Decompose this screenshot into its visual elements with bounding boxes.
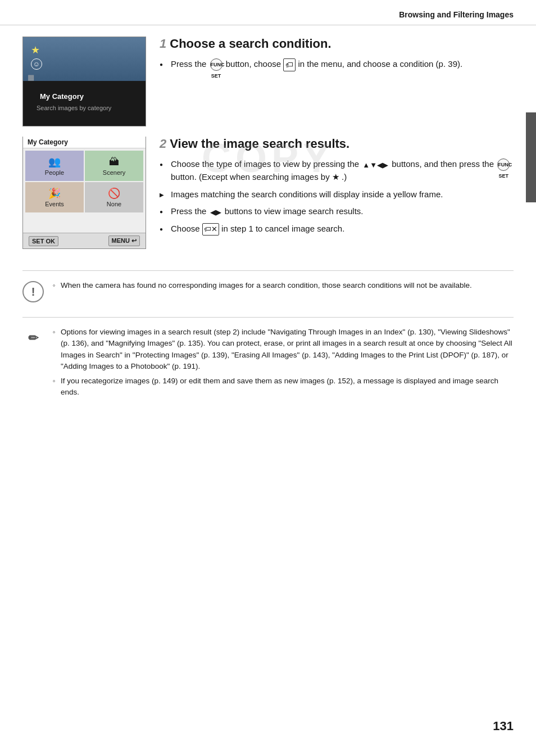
none-icon: 🚫 xyxy=(108,187,120,200)
scenery-label: Scenery xyxy=(103,169,125,176)
step2-title: 2View the image search results. xyxy=(160,137,514,151)
step2-bullet-1: Choose the type of images to view by pre… xyxy=(160,158,514,184)
events-cell: 🎉 Events xyxy=(25,182,84,212)
caution-icon: ! xyxy=(22,281,44,302)
camera-bottom-bar: SET OK MENU ↩ xyxy=(23,233,146,248)
camera-bottom-image: My Category 👥 People 🏔 Scenery 🎉 Even xyxy=(22,137,146,249)
menu-btn: MENU ↩ xyxy=(108,236,140,246)
scenery-icon: 🏔 xyxy=(109,156,119,168)
step1-title: 1Choose a search condition. xyxy=(160,37,514,51)
note1-section: ! When the camera has found no correspon… xyxy=(22,271,514,318)
sky-bg xyxy=(23,37,146,82)
step2-bullet-3: Press the ◀▶ buttons to view image searc… xyxy=(160,205,514,218)
camera-grid: 👥 People 🏔 Scenery 🎉 Events 🚫 xyxy=(23,148,146,215)
my-category-label: My Category xyxy=(40,92,84,101)
note2-row: ✏ Options for viewing images in a search… xyxy=(22,327,514,402)
note1-bullet-1: When the camera has found no correspondi… xyxy=(53,280,514,291)
step1-bullets: Press the FUNCSET button, choose 🏷 in th… xyxy=(160,58,514,71)
step1-bullet-1: Press the FUNCSET button, choose 🏷 in th… xyxy=(160,58,514,71)
category-cam-icon: ▦ xyxy=(28,73,34,82)
note1-row: ! When the camera has found no correspon… xyxy=(22,280,514,302)
direction-buttons: ▲▼◀▶ xyxy=(362,160,388,171)
page-number: 131 xyxy=(493,719,514,734)
ground-bg xyxy=(23,81,146,126)
camera-title-bar: My Category xyxy=(23,137,146,148)
star-icon: ★ xyxy=(31,44,40,56)
step1-content: 1Choose a search condition. Press the FU… xyxy=(160,37,514,126)
note2-section: ✏ Options for viewing images in a search… xyxy=(22,318,514,417)
note2-bullet-2: If you recategorize images (p. 149) or e… xyxy=(53,375,514,399)
none-cell: 🚫 None xyxy=(85,182,143,212)
step2-bullet-2: Images matching the search conditions wi… xyxy=(160,188,514,201)
set-ok-btn: SET OK xyxy=(29,236,58,246)
step2-row: My Category 👥 People 🏔 Scenery 🎉 Even xyxy=(22,137,514,249)
step2-bullets: Choose the type of images to view by pre… xyxy=(160,158,514,235)
note1-bullets: When the camera has found no correspondi… xyxy=(53,280,514,291)
category-menu-icon: 🏷 xyxy=(283,58,296,71)
note1-text: When the camera has found no correspondi… xyxy=(53,280,514,295)
pencil-note-icon: ✏ xyxy=(22,328,44,349)
people-label: People xyxy=(45,169,64,176)
step2-number: 2 xyxy=(160,137,166,151)
step2-content: 2View the image search results. Choose t… xyxy=(160,137,514,249)
people-cell: 👥 People xyxy=(25,151,84,181)
lr-buttons: ◀▶ xyxy=(210,207,221,218)
events-icon: 🎉 xyxy=(48,187,61,200)
note2-bullets: Options for viewing images in a search r… xyxy=(53,327,514,399)
func-set-btn-1: FUNCSET xyxy=(210,58,222,71)
func-set-btn-2: FUNCSET xyxy=(497,159,510,171)
steps-section: ★ ☺ ▦ My Category Search images by categ… xyxy=(22,25,514,271)
side-tab xyxy=(526,112,536,202)
face-icon: ☺ xyxy=(31,58,42,70)
note2-bullet-1: Options for viewing images in a search r… xyxy=(53,327,514,372)
camera-top-image: ★ ☺ ▦ My Category Search images by categ… xyxy=(22,37,146,126)
people-icon: 👥 xyxy=(48,156,61,168)
scenery-cell: 🏔 Scenery xyxy=(85,151,143,181)
camera-screenshot-1: ★ ☺ ▦ My Category Search images by categ… xyxy=(22,37,146,126)
page-header: Browsing and Filtering Images xyxy=(0,0,536,25)
header-title: Browsing and Filtering Images xyxy=(399,10,514,19)
note2-text: Options for viewing images in a search r… xyxy=(53,327,514,402)
camera-screenshot-2: My Category 👥 People 🏔 Scenery 🎉 Even xyxy=(22,137,146,249)
step1-row: ★ ☺ ▦ My Category Search images by categ… xyxy=(22,37,514,126)
step2-bullet-4: Choose 🏷✕ in step 1 to cancel image sear… xyxy=(160,223,514,236)
search-label: Search images by category xyxy=(37,105,111,111)
none-label: None xyxy=(107,201,121,207)
cancel-search-icon: 🏷✕ xyxy=(202,223,219,236)
events-label: Events xyxy=(45,201,64,207)
step1-number: 1 xyxy=(160,37,166,51)
